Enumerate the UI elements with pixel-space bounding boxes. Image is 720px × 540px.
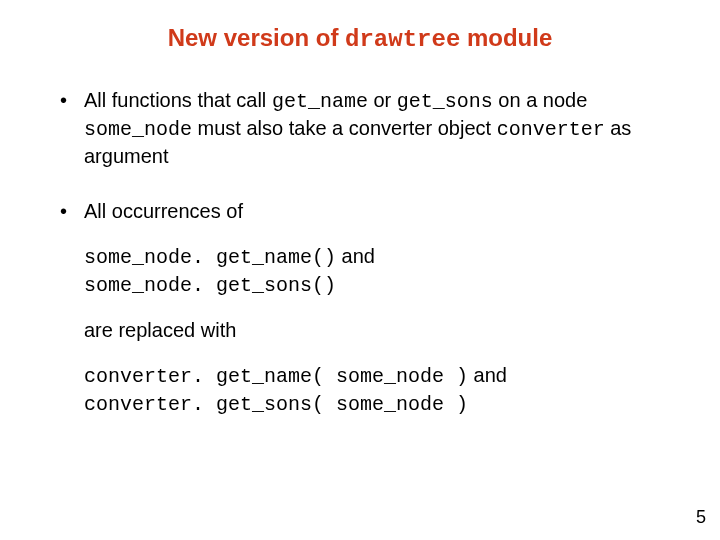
b1-t2: or — [368, 89, 397, 111]
b2-lead: All occurrences of — [84, 198, 680, 225]
b2-line3-code: converter. get_name( some_node ) — [84, 365, 468, 388]
b2-line3: converter. get_name( some_node ) and — [84, 362, 680, 390]
b2-line2-code: some_node. get_sons() — [84, 274, 336, 297]
b1-t4: must also take a converter object — [192, 117, 497, 139]
b2-mid: are replaced with — [84, 317, 680, 344]
b1-c4: converter — [497, 118, 605, 141]
b2-line1: some_node. get_name() and — [84, 243, 680, 271]
b2-line4: converter. get_sons( some_node ) — [84, 390, 680, 418]
b2-line1-tail: and — [336, 245, 375, 267]
bullet-2: All occurrences of some_node. get_name()… — [40, 198, 680, 418]
b2-line4-code: converter. get_sons( some_node ) — [84, 393, 468, 416]
title-post: module — [460, 24, 552, 51]
b2-line3-tail: and — [468, 364, 507, 386]
page-number: 5 — [696, 507, 706, 528]
b2-line2: some_node. get_sons() — [84, 271, 680, 299]
title-code: drawtree — [345, 26, 460, 53]
b1-t1: All functions that call — [84, 89, 272, 111]
slide-title: New version of drawtree module — [40, 24, 680, 53]
b1-c2: get_sons — [397, 90, 493, 113]
title-pre: New version of — [168, 24, 345, 51]
bullet-list: All functions that call get_name or get_… — [40, 87, 680, 418]
bullet-1: All functions that call get_name or get_… — [40, 87, 680, 170]
b1-c3: some_node — [84, 118, 192, 141]
b1-c1: get_name — [272, 90, 368, 113]
b1-t3: on a node — [493, 89, 588, 111]
b2-line1-code: some_node. get_name() — [84, 246, 336, 269]
